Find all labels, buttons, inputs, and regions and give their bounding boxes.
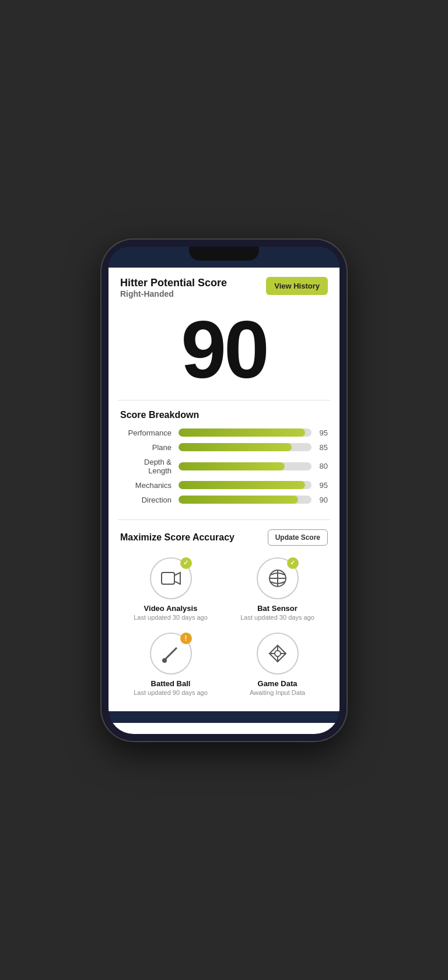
bar-fill-direction — [178, 496, 298, 504]
bar-fill-plane — [178, 443, 292, 451]
breakdown-row-mechanics: Mechanics 95 — [120, 481, 328, 490]
workouts-section: Today's Workouts Assigned by Coach Bobby… — [108, 723, 340, 734]
bar-container-performance — [178, 428, 312, 437]
view-history-button[interactable]: View History — [266, 277, 328, 295]
breakdown-label-direction: Direction — [120, 496, 178, 504]
accuracy-item-bat-sensor: ✓ Bat Sensor Last updated 30 days ago — [227, 557, 328, 621]
score-breakdown-section: Score Breakdown Performance 95 Plane 85 … — [108, 401, 340, 519]
video-analysis-date: Last updated 30 days ago — [134, 614, 208, 621]
phone-frame: Hitter Potential Score Right-Handed View… — [102, 240, 346, 741]
breakdown-label-depth: Depth & Length — [120, 458, 178, 475]
video-analysis-icon-wrapper[interactable]: ✓ — [150, 557, 192, 599]
breakdown-label-performance: Performance — [120, 428, 178, 437]
game-data-name: Game Data — [258, 679, 298, 688]
accuracy-grid: ✓ Video Analysis Last updated 30 days ag… — [120, 557, 328, 696]
accuracy-header: Maximize Score Accuracy Update Score — [120, 529, 328, 546]
breakdown-title: Score Breakdown — [120, 410, 328, 420]
svg-marker-1 — [174, 572, 180, 584]
bar-fill-depth — [178, 462, 285, 470]
accuracy-section: Maximize Score Accuracy Update Score ✓ V… — [108, 520, 340, 705]
workouts-title: Today's Workouts — [120, 732, 328, 734]
bar-container-direction — [178, 496, 312, 504]
accuracy-title: Maximize Score Accuracy — [120, 532, 235, 543]
accuracy-item-video-analysis: ✓ Video Analysis Last updated 30 days ag… — [120, 557, 221, 621]
bar-container-mechanics — [178, 481, 312, 489]
breakdown-row-direction: Direction 90 — [120, 496, 328, 504]
svg-rect-0 — [162, 572, 174, 584]
svg-point-8 — [275, 651, 281, 656]
breakdown-row-plane: Plane 85 — [120, 443, 328, 452]
accuracy-item-game-data: Game Data Awaiting Input Data — [227, 633, 328, 696]
batted-ball-icon-wrapper[interactable]: ! — [150, 633, 192, 675]
batted-ball-date: Last updated 90 days ago — [134, 689, 208, 696]
big-score-display: 90 — [108, 303, 340, 400]
bat-sensor-name: Bat Sensor — [257, 604, 298, 613]
bar-container-plane — [178, 443, 312, 451]
bar-fill-performance — [178, 428, 305, 437]
game-data-date: Awaiting Input Data — [250, 689, 305, 696]
bar-fill-mechanics — [178, 481, 305, 489]
svg-line-5 — [164, 648, 177, 661]
score-title-block: Hitter Potential Score Right-Handed — [120, 277, 227, 298]
breakdown-value-depth: 80 — [312, 462, 328, 470]
game-data-icon-wrapper[interactable] — [257, 633, 299, 675]
warning-badge-batted: ! — [180, 633, 192, 644]
check-badge-video: ✓ — [180, 557, 192, 569]
bat-sensor-icon-wrapper[interactable]: ✓ — [257, 557, 299, 599]
batted-ball-name: Batted Ball — [151, 679, 191, 688]
check-badge-bat: ✓ — [287, 557, 299, 569]
dark-section-divider — [108, 711, 340, 723]
phone-screen: Hitter Potential Score Right-Handed View… — [108, 268, 340, 734]
batted-ball-icon — [160, 643, 181, 664]
accuracy-item-batted-ball: ! Batted Ball Last updated 90 days ago — [120, 633, 221, 696]
breakdown-value-performance: 95 — [312, 428, 328, 437]
breakdown-value-direction: 90 — [312, 496, 328, 504]
phone-status-bar — [108, 247, 340, 268]
update-score-button[interactable]: Update Score — [268, 529, 328, 546]
breakdown-row-performance: Performance 95 — [120, 428, 328, 437]
handedness-label: Right-Handed — [120, 289, 227, 298]
breakdown-label-mechanics: Mechanics — [120, 481, 178, 490]
score-header: Hitter Potential Score Right-Handed View… — [108, 268, 340, 303]
breakdown-row-depth: Depth & Length 80 — [120, 458, 328, 475]
video-analysis-name: Video Analysis — [144, 604, 198, 613]
hitter-potential-title: Hitter Potential Score — [120, 277, 227, 289]
bar-container-depth — [178, 462, 312, 470]
breakdown-value-mechanics: 95 — [312, 481, 328, 490]
bat-sensor-icon — [267, 568, 288, 589]
bat-sensor-date: Last updated 30 days ago — [240, 614, 314, 621]
svg-point-6 — [163, 659, 166, 662]
breakdown-value-plane: 85 — [312, 443, 328, 452]
breakdown-label-plane: Plane — [120, 443, 178, 452]
phone-notch — [189, 247, 259, 261]
baseball-diamond-icon — [267, 643, 288, 664]
video-camera-icon — [160, 568, 181, 589]
